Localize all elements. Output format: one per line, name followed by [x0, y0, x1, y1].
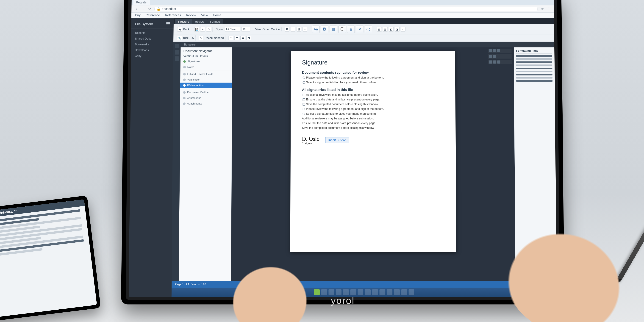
- nav-item[interactable]: Document Outline: [180, 90, 232, 95]
- redo-icon[interactable]: ↷: [206, 27, 211, 32]
- view-mode-icon[interactable]: [534, 282, 538, 286]
- sidebar-item[interactable]: Shared Docs: [131, 36, 174, 42]
- toolbar-icon[interactable]: ◧: [389, 27, 394, 32]
- status-words[interactable]: Words: 128: [192, 283, 206, 286]
- address-bar[interactable]: 🔒 docseditor: [154, 6, 538, 11]
- menu-item[interactable]: Buy: [135, 14, 140, 17]
- toolbar-icon[interactable]: ▤: [377, 27, 382, 32]
- taskbar-icon[interactable]: [387, 289, 392, 295]
- taskbar-icon[interactable]: [394, 289, 400, 295]
- nav-item[interactable]: Verification: [180, 77, 232, 83]
- styles-gallery-icon[interactable]: Aa: [312, 26, 320, 33]
- document-tab[interactable]: Signature: [184, 43, 196, 46]
- taskbar-icon[interactable]: [372, 289, 378, 295]
- status-page[interactable]: Page 1 of 1: [175, 283, 189, 286]
- nav-item[interactable]: Notes: [180, 64, 232, 70]
- toolbar-icon[interactable]: ⬔: [246, 36, 251, 40]
- sidebar-item[interactable]: Cony: [131, 53, 173, 59]
- toolbar-icon[interactable]: ⬚: [228, 36, 233, 40]
- tool-icon[interactable]: [493, 60, 496, 64]
- sidebar-item[interactable]: Bookmarks: [131, 42, 174, 48]
- toolbar-icon[interactable]: ⋯: [401, 27, 406, 32]
- underline-icon[interactable]: U: [296, 27, 301, 32]
- app-tab[interactable]: Review: [192, 19, 207, 24]
- insert-table-icon[interactable]: ▦: [330, 26, 337, 33]
- tool-icon[interactable]: [489, 49, 492, 52]
- toolbar-icon[interactable]: ◨: [395, 27, 400, 32]
- taskbar-icon[interactable]: [343, 289, 349, 295]
- nav-item[interactable]: Attachments: [180, 101, 232, 106]
- taskbar-icon[interactable]: [328, 289, 334, 295]
- tray-icon[interactable]: [531, 289, 536, 295]
- insert-image-icon[interactable]: 🖼: [321, 26, 328, 33]
- toolbar-icon[interactable]: ⬒: [234, 36, 239, 40]
- system-tray[interactable]: [531, 289, 551, 295]
- nav-item[interactable]: Fill and Review Fields: [180, 72, 232, 77]
- taskbar-icon[interactable]: [401, 289, 407, 295]
- print-icon[interactable]: 🖨: [347, 26, 355, 33]
- comments-icon[interactable]: 💬: [338, 26, 346, 33]
- view-mode-icon[interactable]: [540, 282, 544, 286]
- panel-row[interactable]: [516, 74, 552, 76]
- undo-icon[interactable]: ↶: [200, 27, 205, 32]
- menu-icon[interactable]: ⋮: [547, 7, 551, 11]
- taskbar-icon[interactable]: [409, 289, 414, 295]
- panel-row[interactable]: [516, 68, 552, 69]
- view-mode-icon[interactable]: [528, 282, 532, 286]
- nav-item[interactable]: Annotations: [180, 95, 232, 101]
- taskbar-icon[interactable]: [365, 289, 370, 295]
- tray-icon[interactable]: [545, 289, 551, 295]
- tray-icon[interactable]: [538, 289, 544, 295]
- panel-row[interactable]: [516, 80, 552, 82]
- start-icon[interactable]: [314, 289, 320, 295]
- share-icon[interactable]: ↗: [356, 26, 363, 33]
- sidebar-item[interactable]: Recents: [131, 30, 174, 36]
- browser-tab[interactable]: Register: [133, 0, 150, 5]
- taskbar-icon[interactable]: [358, 289, 363, 295]
- rail-icon[interactable]: [175, 44, 179, 48]
- tool-icon[interactable]: [497, 49, 500, 52]
- reload-icon[interactable]: ⟳: [148, 7, 152, 11]
- panel-row[interactable]: [516, 55, 552, 57]
- font-name-field[interactable]: Tct Chve: [225, 27, 240, 32]
- italic-icon[interactable]: I: [291, 27, 296, 32]
- record-icon[interactable]: ◯: [364, 26, 372, 33]
- nav-item-selected[interactable]: FB Inspection: [180, 82, 232, 88]
- menu-item[interactable]: Review: [186, 14, 196, 17]
- status-zoom[interactable]: 100%: [546, 283, 554, 286]
- back-button-icon[interactable]: ◀: [177, 27, 182, 32]
- toolbar-icon[interactable]: ⬓: [240, 36, 245, 40]
- panel-row[interactable]: [516, 58, 552, 60]
- font-size-field[interactable]: 10: [242, 27, 250, 32]
- align-left-icon[interactable]: ≡: [302, 27, 307, 32]
- bold-icon[interactable]: B: [285, 27, 290, 32]
- taskbar-icon[interactable]: [380, 289, 385, 295]
- menu-item[interactable]: References: [165, 14, 181, 17]
- tool-icon[interactable]: [493, 49, 496, 52]
- save-icon[interactable]: 💾: [194, 27, 199, 32]
- tool-icon[interactable]: [497, 60, 500, 64]
- app-tab[interactable]: Structure: [175, 19, 192, 24]
- app-tab[interactable]: Formats: [208, 19, 224, 24]
- bookmark-icon[interactable]: ☆: [540, 7, 544, 11]
- tool-icon[interactable]: [493, 55, 496, 58]
- menu-item[interactable]: Home: [213, 14, 221, 17]
- taskbar-icon[interactable]: [321, 289, 327, 295]
- menu-item[interactable]: View: [201, 14, 208, 17]
- hamburger-icon[interactable]: [166, 22, 170, 25]
- panel-row[interactable]: [516, 71, 552, 72]
- rail-icon[interactable]: [175, 50, 179, 54]
- panel-row[interactable]: [516, 61, 552, 63]
- forward-icon[interactable]: ›: [141, 7, 145, 11]
- signature-action[interactable]: Insert Clear: [325, 137, 349, 144]
- tool-icon[interactable]: [489, 60, 492, 64]
- tool-icon[interactable]: [489, 55, 492, 58]
- toolbar-icon[interactable]: ▥: [383, 27, 388, 32]
- taskbar-icon[interactable]: [350, 289, 356, 295]
- document-canvas[interactable]: Signature Document contents replicated f…: [231, 47, 516, 281]
- sidebar-item[interactable]: Downloads: [131, 47, 174, 53]
- panel-row[interactable]: [516, 77, 552, 78]
- panel-row[interactable]: [516, 64, 552, 66]
- back-icon[interactable]: ‹: [134, 7, 139, 11]
- taskbar-icon[interactable]: [336, 289, 342, 295]
